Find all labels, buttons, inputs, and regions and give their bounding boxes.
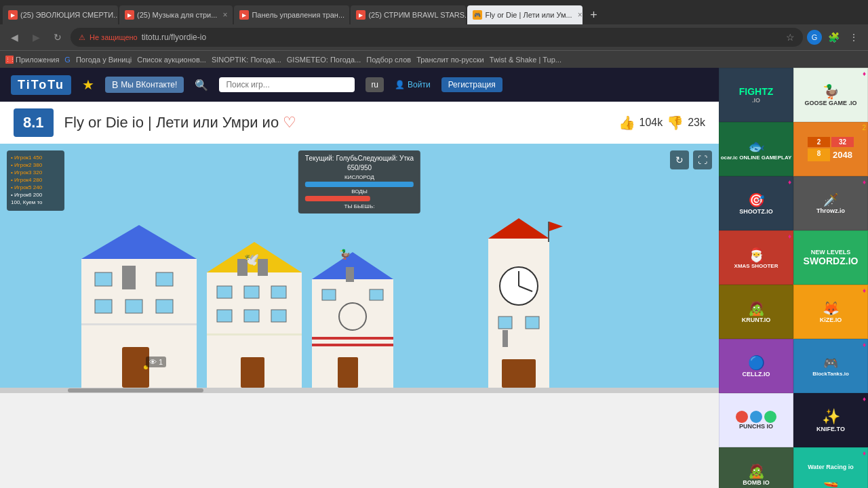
gismeteo-label: GISMETEO: Погода... — [287, 56, 361, 64]
heart-icon: ♡ — [283, 114, 296, 131]
bm-auction[interactable]: Список аукционов... — [137, 56, 206, 64]
vk-button[interactable]: В Мы ВКонтакте! — [105, 77, 184, 93]
tab-4-favicon: ▶ — [356, 10, 366, 20]
search-field[interactable] — [226, 80, 348, 89]
card-2048[interactable]: 2 32 8 2048 2 — [793, 122, 868, 176]
waterracing-emoji: 🚤 — [823, 473, 838, 488]
cellz-emoji: 🔵 — [748, 354, 765, 371]
svg-rect-42 — [548, 222, 549, 242]
card-bombio-inner: 🧟 BOMB IO — [719, 448, 793, 488]
svg-rect-29 — [322, 289, 336, 300]
forward-button[interactable]: ▶ — [27, 28, 45, 46]
score-row-3: • Игрок3 320 — [11, 169, 60, 176]
cellz-title: CELLZ.IO — [743, 371, 770, 378]
auction-label: Список аукционов... — [137, 56, 206, 64]
blocktanks-emoji: 🎮 — [823, 356, 838, 371]
card-xmas[interactable]: 🎅 XMAS SHOOTER ♦ — [719, 230, 793, 285]
vk-icon: В — [112, 79, 118, 90]
new-tab-button[interactable]: + — [584, 5, 603, 24]
apps-bookmark[interactable]: ⋮⋮ Приложения — [5, 56, 59, 64]
thumbs-up-icon[interactable]: 👍 — [618, 115, 635, 131]
back-button[interactable]: ◀ — [5, 28, 23, 46]
bm-sinoptik[interactable]: SINOPTIK: Погода... — [212, 56, 281, 64]
bm-translit[interactable]: Транслит по-русски — [416, 56, 484, 64]
tab-1[interactable]: ▶ (25) ЭВОЛЮЦИЯ СМЕРТИ... × — [3, 5, 118, 24]
vk-text: Мы ВКонтакте! — [121, 80, 177, 89]
card-goose[interactable]: 🦆 GOOSE GAME .IO ♦ — [793, 68, 868, 122]
card-waterracing[interactable]: Water Racing io 🚤 ♦ — [793, 447, 868, 488]
refresh-game-button[interactable]: ↻ — [670, 150, 689, 169]
nav-actions: G 🧩 ⋮ — [807, 28, 863, 46]
site-logo[interactable]: TiToTu — [11, 75, 71, 95]
lock-icon: ⚠ — [79, 33, 85, 42]
card-fightz[interactable]: FIGHTZ .IO — [719, 68, 793, 122]
bombio-emoji: 🧟 — [748, 463, 765, 479]
scrollbar[interactable] — [0, 388, 719, 393]
hud-water-label: ВОДЫ — [305, 188, 414, 195]
lock-text: Не защищено — [90, 33, 138, 41]
lang-button[interactable]: ru — [366, 77, 384, 92]
game-buildings-svg — [0, 218, 719, 388]
tab-3[interactable]: ▶ Панель управления тран... × — [234, 5, 349, 24]
card-cellz[interactable]: 🔵 CELLZ.IO — [719, 339, 793, 393]
svg-rect-11 — [81, 323, 197, 325]
game-title-text: Fly or Die io | Лети или Умри ио — [64, 114, 279, 131]
url-text: titotu.ru/flyordie-io — [142, 33, 782, 42]
scoreboard: • Игрок1 450 • Игрок2 380 • Игрок3 320 •… — [7, 150, 64, 211]
card-kize[interactable]: 🦊 KiZE.IO ♦ — [793, 285, 868, 339]
card-blocktanks[interactable]: 🎮 BlockTanks.io ♦ — [793, 339, 868, 393]
dislikes-count: 23k — [688, 117, 705, 129]
svg-rect-5 — [156, 272, 173, 286]
bookmark-star-icon[interactable]: ☆ — [786, 32, 795, 43]
translit-label: Транслит по-русски — [416, 56, 484, 64]
fullscreen-button[interactable]: ⛶ — [693, 150, 712, 169]
card-swordz[interactable]: NEW LEVELS SWORDZ.IO — [793, 230, 868, 285]
header-star-icon[interactable]: ★ — [82, 77, 94, 93]
register-button[interactable]: Регистрация — [441, 77, 502, 92]
card-shootz-inner: 🎯 SHOOTZ.IO — [719, 177, 793, 230]
tab-2[interactable]: ▶ (25) Музыка для стри... × — [119, 5, 233, 24]
menu-icon[interactable]: ⋮ — [845, 28, 863, 46]
bm-pogoda[interactable]: Погода у Виниці — [76, 56, 132, 64]
game-title: Fly or Die io | Лети или Умри ио ♡ — [64, 114, 608, 131]
goose-emoji: 🦆 — [823, 83, 840, 100]
card-punchs[interactable]: PUNCHS IO — [719, 393, 793, 447]
card-shootz[interactable]: 🎯 SHOOTZ.IO ♦ — [719, 176, 793, 230]
tab-2-close[interactable]: × — [222, 10, 227, 20]
twist-label: Twist & Shake | Tup... — [490, 56, 561, 64]
extensions-icon[interactable]: 🧩 — [825, 28, 842, 46]
bm-gismeteo[interactable]: GISMETEO: Погода... — [287, 56, 361, 64]
address-bar[interactable]: ⚠ Не защищено titotu.ru/flyordie-io ☆ — [71, 28, 803, 47]
tab-4[interactable]: ▶ (25) СТРИМ BRAWL STARS... × — [351, 5, 466, 24]
punchs-ball2 — [750, 411, 762, 423]
profile-icon[interactable]: G — [807, 30, 822, 45]
tab-1-label: (25) ЭВОЛЮЦИЯ СМЕРТИ... — [20, 11, 118, 19]
login-button[interactable]: 👤 Войти — [395, 80, 431, 89]
header-search-input[interactable] — [219, 77, 355, 92]
refresh-button[interactable]: ↻ — [49, 28, 66, 46]
tab-2-favicon: ▶ — [125, 10, 134, 20]
bm-words[interactable]: Подбор слов — [366, 56, 411, 64]
bm-google[interactable]: G — [64, 56, 71, 64]
svg-rect-41 — [502, 330, 508, 347]
site-header: TiToTu ★ В Мы ВКонтакте! 🔍 ru 👤 Войти Ре… — [0, 68, 719, 102]
svg-rect-32 — [338, 357, 358, 388]
main-content: TiToTu ★ В Мы ВКонтакте! 🔍 ru 👤 Войти Ре… — [0, 68, 719, 488]
card-bombio[interactable]: 🧟 BOMB IO — [719, 447, 793, 488]
tab-5[interactable]: 🎮 Fly or Die | Лети или Ум... × — [467, 5, 583, 24]
likes-section: 👍 104k 👎 23k — [618, 115, 706, 131]
ocar-title: ocar.ic ONLINE GAMEPLAY — [721, 155, 792, 161]
card-ocar[interactable]: 🐟 ocar.ic ONLINE GAMEPLAY — [719, 122, 793, 176]
header-search-icon[interactable]: 🔍 — [195, 79, 208, 92]
card-knife[interactable]: ✨ KNIFE.TO ♦ — [793, 393, 868, 447]
bm-twist[interactable]: Twist & Shake | Tup... — [490, 56, 561, 64]
thumbs-down-icon[interactable]: 👎 — [667, 115, 684, 131]
tile-2: 2 — [808, 137, 830, 147]
tab-5-close[interactable]: × — [578, 10, 583, 20]
scroll-thumb[interactable] — [68, 388, 203, 392]
card-krunt[interactable]: 🧟 KRUNT.IO — [719, 285, 793, 339]
card-throwz[interactable]: 🗡️ Throwz.io ♦ — [793, 176, 868, 230]
browser-chrome: ▶ (25) ЭВОЛЮЦИЯ СМЕРТИ... × ▶ (25) Музык… — [0, 0, 868, 68]
hud-self-label: ТЫ БЬЕШЬ: — [305, 203, 414, 209]
fightz-subtitle: .IO — [752, 97, 760, 104]
